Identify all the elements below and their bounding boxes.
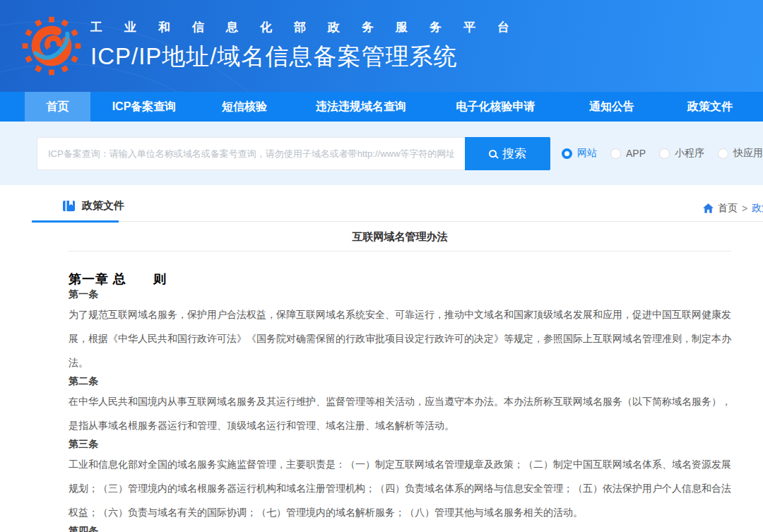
radio-unselected-icon [718,148,728,159]
radio-label: APP [626,148,646,159]
platform-title: 工业和信息化部政务服务平台 [90,19,531,35]
nav-item-sms-verify[interactable]: 短信核验 [198,92,291,122]
active-tab-underline [32,220,119,223]
nav-item-policy-files[interactable]: 政策文件 [663,92,757,122]
section-body: 为了规范互联网域名服务，保护用户合法权益，保障互联网域名系统安全、可靠运行，推动… [69,302,731,374]
search-type-group: 网站 APP 小程序 快应用 [562,147,763,160]
policy-file-icon [62,200,76,212]
tab-policy-files[interactable]: 政策文件 [62,199,124,213]
policy-article: 互联网域名管理办法 第一章 总 则 第一条 为了规范互联网域名服务，保护用户合法… [32,230,731,532]
section-heading: 第三条 [69,438,731,449]
radio-label: 小程序 [675,147,704,160]
breadcrumb: 首页 > 政策文件 [703,202,763,215]
section-heading: 第一条 [69,288,731,300]
radio-unselected-icon [610,148,621,159]
section-body: 工业和信息化部对全国的域名服务实施监督管理，主要职责是：（一）制定互联网域名管理… [69,452,731,524]
article-section: 第四条 各省、自治区、直辖市通信管理局对本行政区域内的域名服务实施监督管理，主要… [69,525,731,532]
breadcrumb-home[interactable]: 首页 [718,202,738,215]
article-section: 第二条 在中华人民共和国境内从事互联网域名服务及其运行维护、监督管理等相关活动，… [69,375,731,437]
search-button[interactable]: 搜索 [465,137,550,170]
section-header: 政策文件 首页 > 政策文件 [32,199,763,222]
breadcrumb-current: 政策文件 [752,202,763,215]
radio-selected-icon [562,148,572,159]
search-button-label: 搜索 [502,146,526,162]
radio-label: 网站 [577,147,597,160]
article-title: 互联网域名管理办法 [69,230,731,252]
section-body: 在中华人民共和国境内从事互联网域名服务及其运行维护、监督管理等相关活动，应当遵守… [69,389,731,437]
nav-item-illegal-domain-query[interactable]: 违法违规域名查询 [291,92,431,122]
section-heading: 第二条 [69,375,731,386]
search-icon [489,150,497,158]
search-strip: 搜索 网站 APP 小程序 快应用 [0,122,763,185]
article-section: 第三条 工业和信息化部对全国的域名服务实施监督管理，主要职责是：（一）制定互联网… [69,438,731,524]
tab-label: 政策文件 [82,199,124,213]
chapter-heading: 第一章 总 则 [69,271,731,288]
radio-unselected-icon [659,148,670,159]
nav-item-icp-query[interactable]: ICP备案查询 [90,92,198,122]
radio-option-quickapp[interactable]: 快应用 [718,147,763,160]
nav-item-notices[interactable]: 通知公告 [560,92,663,122]
radio-option-website[interactable]: 网站 [562,147,597,160]
nav-item-home[interactable]: 首页 [25,92,90,122]
article-section: 第一条 为了规范互联网域名服务，保护用户合法权益，保障互联网域名系统安全、可靠运… [69,288,731,374]
search-input[interactable] [37,137,465,170]
breadcrumb-separator: > [742,203,747,214]
home-icon [703,203,714,213]
radio-option-miniprogram[interactable]: 小程序 [659,147,704,160]
main-nav: 首页 ICP备案查询 短信核验 违法违规域名查询 电子化核验申请 通知公告 政策… [0,92,763,122]
section-heading: 第四条 [69,525,731,532]
main-content: 政策文件 首页 > 政策文件 互联网域名管理办法 第一章 总 则 第一条 为了规… [0,185,763,532]
site-header: 工业和信息化部政务服务平台 ICP/IP地址/域名信息备案管理系统 [0,0,763,92]
radio-option-app[interactable]: APP [610,148,646,159]
radio-label: 快应用 [733,147,763,160]
nav-item-e-verification[interactable]: 电子化核验申请 [431,92,560,122]
